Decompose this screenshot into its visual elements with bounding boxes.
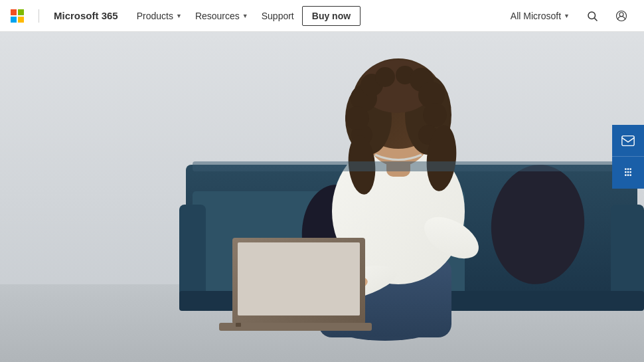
nav-divider [39,9,39,23]
nav-links: Products ▼ Resources ▼ Support Buy now [131,6,361,26]
svg-point-35 [375,67,395,87]
svg-point-39 [423,103,447,127]
logo-blue-square [11,17,17,23]
navigation: Microsoft 365 Products ▼ Resources ▼ Sup… [0,0,644,32]
resources-label: Resources [195,11,240,21]
svg-line-1 [594,18,597,21]
svg-rect-24 [236,323,241,327]
svg-rect-47 [622,136,634,145]
brand-name[interactable]: Microsoft 365 [54,10,118,21]
products-menu[interactable]: Products ▼ [131,8,187,24]
email-icon [621,134,635,148]
svg-rect-46 [193,161,644,171]
svg-point-52 [627,171,629,173]
logo-group: Microsoft 365 [11,9,118,23]
logo-green-square [18,9,24,15]
svg-point-56 [629,174,631,176]
products-chevron-icon: ▼ [176,13,182,19]
resources-chevron-icon: ▼ [242,13,248,19]
svg-point-50 [629,168,631,170]
email-contact-button[interactable] [612,125,644,157]
all-microsoft-chevron-icon: ▼ [564,13,570,19]
all-microsoft-label: All Microsoft [511,11,561,21]
logo-red-square [11,9,17,15]
svg-point-51 [625,171,627,173]
svg-rect-23 [219,323,372,331]
buy-now-button[interactable]: Buy now [302,6,361,26]
svg-point-42 [345,106,369,130]
support-label: Support [262,11,294,21]
phone-icon [621,165,635,180]
microsoft-logo[interactable] [11,9,24,23]
hero-illustration [0,32,644,362]
account-button[interactable] [609,4,633,28]
search-button[interactable] [580,4,604,28]
logo-yellow-square [18,17,24,23]
svg-rect-22 [238,242,360,316]
search-icon [586,10,598,22]
nav-right: All Microsoft ▼ [505,4,633,28]
svg-point-48 [625,168,627,170]
svg-point-54 [625,174,627,176]
svg-point-0 [588,12,596,19]
account-icon [615,10,627,22]
svg-point-53 [629,171,631,173]
all-microsoft-menu[interactable]: All Microsoft ▼ [505,8,575,24]
hero-section [0,32,644,362]
svg-point-55 [627,174,629,176]
svg-point-3 [619,12,623,16]
products-label: Products [137,11,173,21]
phone-contact-button[interactable] [612,157,644,189]
support-link[interactable]: Support [256,8,299,24]
resources-menu[interactable]: Resources ▼ [190,8,254,24]
contact-sidebar [612,125,644,189]
svg-point-49 [627,168,629,170]
